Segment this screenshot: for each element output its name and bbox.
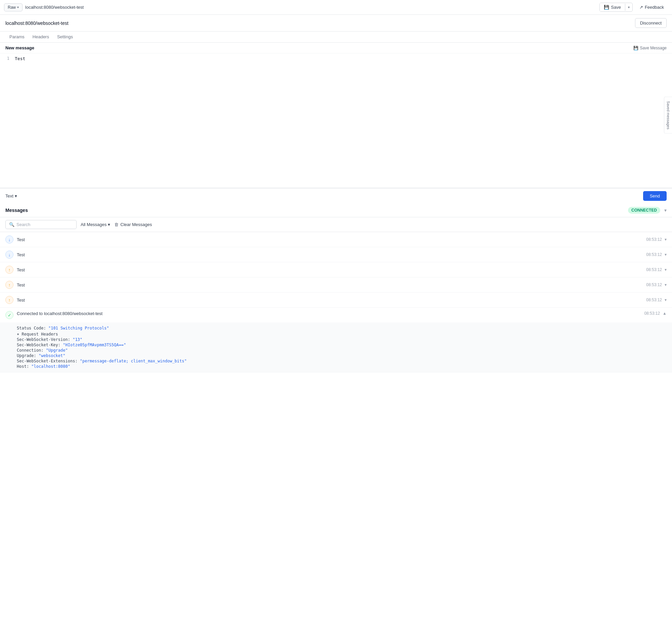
connection-url: localhost:8080/websocket-test (5, 20, 69, 26)
expand-icon: ▾ (665, 252, 667, 257)
message-time: 08:53:12 (644, 311, 660, 316)
direction-icon-up: ↑ (5, 266, 13, 274)
top-right-actions: 💾 Save ▾ ↗ Feedback (599, 3, 668, 12)
all-messages-button[interactable]: All Messages ▾ (81, 220, 110, 229)
all-messages-label: All Messages (81, 222, 107, 227)
message-text: Test (17, 237, 646, 242)
message-time: 08:53:12 (646, 267, 662, 272)
expand-icon: ▾ (665, 237, 667, 242)
collapse-icon: ▲ (663, 311, 667, 316)
text-chevron-icon: ▾ (15, 193, 17, 198)
status-code-value: "101 Switching Protocols" (48, 326, 109, 330)
search-input-container: 🔍 (5, 220, 77, 229)
tab-params[interactable]: Params (5, 32, 29, 43)
top-bar: Raw ▾ localhost:8080/websocket-test 💾 Sa… (0, 0, 672, 15)
messages-section: Messages CONNECTED ▾ 🔍 All Messages ▾ 🗑 … (0, 204, 672, 619)
raw-label: Raw (8, 5, 16, 10)
editor-title: New message (5, 45, 34, 50)
tabs-bar: Params Headers Settings (0, 32, 672, 43)
save-chevron-button[interactable]: ▾ (625, 4, 632, 11)
message-text: Test (17, 252, 646, 257)
message-time: 08:53:12 (646, 237, 662, 242)
url-bar: localhost:8080/websocket-test Disconnect (0, 15, 672, 32)
direction-icon-up: ↑ (5, 296, 13, 304)
message-text: Test (17, 282, 646, 288)
status-code-line: Status Code: "101 Switching Protocols" (17, 326, 667, 330)
connection-details: Status Code: "101 Switching Protocols" ▾… (0, 322, 672, 372)
tab-headers[interactable]: Headers (29, 32, 53, 43)
feedback-button[interactable]: ↗ Feedback (635, 3, 668, 11)
tab-settings[interactable]: Settings (53, 32, 77, 43)
clear-messages-label: Clear Messages (120, 222, 152, 227)
messages-collapse-icon[interactable]: ▾ (664, 208, 667, 213)
expand-icon: ▾ (665, 298, 667, 302)
search-icon: 🔍 (9, 222, 14, 227)
disconnect-button[interactable]: Disconnect (635, 18, 667, 28)
editor-header: New message 💾 Save Message (0, 43, 672, 53)
messages-title: Messages (5, 208, 28, 213)
list-item[interactable]: ↑ Test 08:53:12 ▾ (0, 293, 672, 308)
header-upgrade: Upgrade: "websocket" (17, 353, 667, 358)
list-item[interactable]: ↓ Test 08:53:12 ▾ (0, 232, 672, 247)
status-code-label: Status Code: (17, 326, 46, 330)
list-item[interactable]: ↑ Test 08:53:12 ▾ (0, 277, 672, 293)
text-dropdown[interactable]: Text ▾ (5, 193, 17, 198)
expand-icon: ▾ (665, 282, 667, 287)
save-icon: 💾 (604, 5, 609, 10)
message-time: 08:53:12 (646, 282, 662, 287)
direction-icon-up: ↑ (5, 281, 13, 289)
list-item[interactable]: ✓ Connected to localhost:8080/websocket-… (0, 308, 672, 322)
editor-section: New message 💾 Save Message 1 Test Saved … (0, 43, 672, 188)
list-item[interactable]: ↑ Test 08:53:12 ▾ (0, 262, 672, 277)
feedback-label: Feedback (645, 5, 664, 10)
save-button[interactable]: 💾 Save (600, 3, 625, 11)
list-item[interactable]: ↓ Test 08:53:12 ▾ (0, 247, 672, 262)
message-time: 08:53:12 (646, 252, 662, 257)
messages-header-right: CONNECTED ▾ (628, 207, 667, 214)
message-text: Test (17, 298, 646, 303)
save-message-button[interactable]: 💾 Save Message (633, 46, 667, 50)
message-text: Test (17, 267, 646, 272)
url-display: localhost:8080/websocket-test (25, 5, 597, 10)
request-headers-label: ▾ Request Headers (17, 332, 667, 337)
send-button[interactable]: Send (643, 191, 667, 201)
header-connection: Connection: "Upgrade" (17, 348, 667, 353)
trash-icon: 🗑 (114, 222, 119, 227)
search-input[interactable] (16, 222, 73, 227)
arrow-icon: ↗ (639, 5, 643, 10)
save-message-label: Save Message (640, 46, 667, 50)
save-btn-group: 💾 Save ▾ (599, 3, 633, 12)
line-numbers: 1 (0, 53, 12, 188)
direction-icon-down: ↓ (5, 235, 13, 244)
expand-icon: ▾ (665, 267, 667, 272)
text-label: Text (5, 193, 13, 198)
message-text: Connected to localhost:8080/websocket-te… (17, 311, 644, 316)
message-list: ↓ Test 08:53:12 ▾ ↓ Test 08:53:12 ▾ ↑ Te… (0, 232, 672, 619)
saved-messages-tab[interactable]: Saved messages (664, 97, 672, 134)
header-sec-ws-extensions: Sec-WebSocket-Extensions: "permessage-de… (17, 359, 667, 363)
connected-icon: ✓ (5, 311, 13, 319)
editor-body: 1 Test (0, 53, 672, 188)
raw-chevron-icon: ▾ (17, 5, 19, 9)
send-bar: Text ▾ Send (0, 188, 672, 204)
messages-toolbar: 🔍 All Messages ▾ 🗑 Clear Messages (0, 217, 672, 232)
header-sec-ws-key: Sec-WebSocket-Key: "HIotze05pfMAvpmm3TS5… (17, 343, 667, 347)
header-sec-ws-version: Sec-WebSocket-Version: "13" (17, 337, 667, 342)
raw-dropdown[interactable]: Raw ▾ (4, 3, 23, 11)
message-time: 08:53:12 (646, 298, 662, 302)
all-messages-chevron-icon: ▾ (108, 222, 110, 227)
messages-header: Messages CONNECTED ▾ (0, 204, 672, 217)
message-editor[interactable]: Test (12, 53, 672, 188)
clear-messages-button[interactable]: 🗑 Clear Messages (114, 220, 152, 229)
line-number-1: 1 (4, 56, 9, 61)
connected-badge: CONNECTED (628, 207, 660, 214)
header-host: Host: "localhost:8080" (17, 364, 667, 369)
direction-icon-down: ↓ (5, 251, 13, 259)
save-label: Save (611, 5, 621, 10)
save-msg-icon: 💾 (633, 46, 638, 50)
